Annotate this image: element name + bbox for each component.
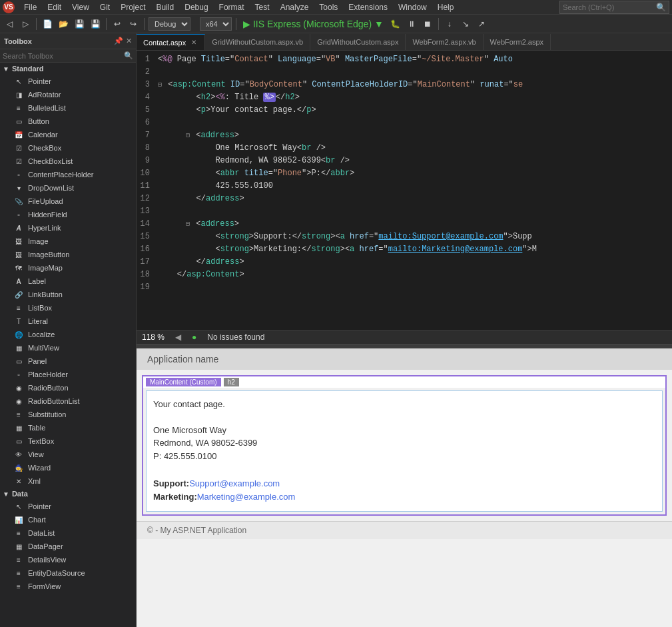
step-into[interactable]: ↘ [459,17,472,31]
toolbox-search-input[interactable] [3,52,124,60]
toolbar-save-all[interactable]: 💾 [89,17,102,31]
menu-format[interactable]: Format [214,0,250,15]
global-search-input[interactable] [563,3,656,11]
toolbox-item-bulletedlist[interactable]: ≡ BulletedList [0,101,136,115]
toolbar-undo[interactable]: ↩ [111,17,124,31]
toolbox-item-hiddenfield[interactable]: ▫ HiddenField [0,208,136,221]
toolbox-item-placeholder[interactable]: ▫ PlaceHolder [0,368,136,381]
step-out[interactable]: ↗ [475,17,488,31]
toolbox-item-localize[interactable]: 🌐 Localize [0,328,136,341]
menu-edit[interactable]: Edit [42,0,67,15]
step-over[interactable]: ↓ [443,17,456,31]
toolbox-item-formview[interactable]: ≡ FormView [0,580,136,593]
tab-bar: Contact.aspx ✕ GridWithoutCustom.aspx.vb… [137,33,672,51]
toolbox-section-standard[interactable]: ▼ Standard [0,63,136,75]
standard-expand-icon: ▼ [3,65,9,73]
menu-analyze[interactable]: Analyze [275,0,314,15]
code-line-6: 6 [137,117,672,129]
imagemap-icon: 🗺 [13,263,24,273]
data-pointer-icon: ↖ [13,501,24,512]
code-content[interactable]: 1 <%@ Page Title="Contact" Language="VB"… [137,51,672,330]
toolbox-item-wizard[interactable]: 🧙 Wizard [0,461,136,474]
toolbox-item-view[interactable]: 👁 View [0,448,136,461]
toolbox-item-button[interactable]: ▭ Button [0,115,136,128]
stop-btn[interactable]: ⏹ [421,17,434,31]
tab-gridwithoutcustom-vb[interactable]: GridWithoutCustom.aspx.vb [205,34,310,50]
run-button[interactable]: ▶ IIS Express (Microsoft Edge) ▼ [240,19,386,29]
toolbar-save[interactable]: 💾 [73,17,86,31]
zoom-level: 118 % [142,332,165,342]
tab-webform2-vb[interactable]: WebForm2.aspx.vb [406,34,483,50]
toolbox-item-literal[interactable]: T Literal [0,314,136,328]
status-ok-icon: ● [192,332,196,342]
toolbox-item-pointer[interactable]: ↖ Pointer [0,75,136,88]
pause-btn[interactable]: ⏸ [405,17,418,31]
code-line-18: 18 </asp:Content> [137,269,672,281]
menu-build[interactable]: Build [151,0,180,15]
toolbox-item-checkboxlist[interactable]: ☑ CheckBoxList [0,155,136,168]
tab-webform2[interactable]: WebForm2.aspx [484,34,551,50]
code-line-14: 14 ⊟ <address> [137,218,672,231]
toolbox-item-listbox[interactable]: ≡ ListBox [0,301,136,314]
menu-view[interactable]: View [67,0,95,15]
toolbox-item-image[interactable]: 🖼 Image [0,235,136,248]
toolbox-item-entitydatasource[interactable]: ≡ EntityDataSource [0,566,136,580]
toolbar-new[interactable]: 📄 [41,17,54,31]
toolbox-item-data-pointer[interactable]: ↖ Pointer [0,500,136,513]
toolbox-item-detailsview[interactable]: ≡ DetailsView [0,553,136,566]
menu-project[interactable]: Project [115,0,151,15]
toolbar-open[interactable]: 📂 [57,17,70,31]
toolbox-item-calendar[interactable]: 📅 Calendar [0,128,136,141]
toolbox-item-substitution[interactable]: ≡ Substitution [0,408,136,421]
toolbox-pin-icon[interactable]: 📌 [114,37,123,45]
global-search-box[interactable]: 🔍 [559,1,669,14]
toolbox-section-data[interactable]: ▼ Data [0,488,136,500]
toolbox-item-label[interactable]: A Label [0,275,136,288]
toolbox-item-contentplaceholder[interactable]: ▫ ContentPlaceHolder [0,168,136,181]
linkbutton-icon: 🔗 [13,289,24,300]
menu-help[interactable]: Help [432,0,460,15]
toolbox-item-textbox[interactable]: ▭ TextBox [0,434,136,448]
toolbox-item-radiobuttonlist[interactable]: ◉ RadioButtonList [0,394,136,408]
platform-select[interactable]: x64 [200,17,232,31]
toolbar-redo[interactable]: ↪ [127,17,140,31]
design-inner-content: Your contact page. One Microsoft Way Red… [146,390,663,512]
toolbox-item-checkbox[interactable]: ☑ CheckBox [0,141,136,155]
menu-tools[interactable]: Tools [314,0,343,15]
menu-debug[interactable]: Debug [179,0,213,15]
toolbox-item-dropdownlist[interactable]: ▾ DropDownList [0,181,136,195]
debug-config-select[interactable]: Debug [149,17,190,31]
toolbox-item-panel[interactable]: ▭ Panel [0,354,136,368]
toolbox-item-datalist[interactable]: ≡ DataList [0,526,136,540]
tab-gridwithoutcustom[interactable]: GridWithoutCustom.aspx [310,34,406,50]
toolbox-item-datapager[interactable]: ▦ DataPager [0,540,136,553]
menu-window[interactable]: Window [393,0,432,15]
toolbar-forward[interactable]: ▷ [19,17,32,31]
main-toolbar: ◁ ▷ 📄 📂 💾 💾 ↩ ↪ Debug x64 ▶ IIS Express … [0,15,672,33]
attach-debugger[interactable]: 🐛 [389,17,402,31]
toolbar-back[interactable]: ◁ [3,17,16,31]
substitution-icon: ≡ [13,409,24,420]
tab-contact-aspx[interactable]: Contact.aspx ✕ [137,34,205,50]
toolbox-item-chart[interactable]: 📊 Chart [0,513,136,526]
menu-test[interactable]: Test [250,0,275,15]
toolbox-item-multiview[interactable]: ▦ MultiView [0,341,136,354]
menu-git[interactable]: Git [95,0,115,15]
toolbox-item-fileupload[interactable]: 📎 FileUpload [0,195,136,208]
imagebutton-icon: 🖼 [13,249,24,260]
status-issues: No issues found [207,332,264,342]
toolbox-item-imagebutton[interactable]: 🖼 ImageButton [0,248,136,261]
toolbox-item-linkbutton[interactable]: 🔗 LinkButton [0,288,136,301]
toolbox-item-radiobutton[interactable]: ◉ RadioButton [0,381,136,394]
menu-extensions[interactable]: Extensions [343,0,393,15]
toolbox-item-table[interactable]: ▦ Table [0,421,136,434]
toolbox-item-hyperlink[interactable]: A HyperLink [0,221,136,235]
code-editor[interactable]: 1 <%@ Page Title="Contact" Language="VB"… [137,51,672,330]
code-line-1: 1 <%@ Page Title="Contact" Language="VB"… [137,53,672,66]
tab-close-contact[interactable]: ✕ [190,39,198,46]
toolbox-item-adrotator[interactable]: ◨ AdRotator [0,88,136,101]
toolbox-item-xml[interactable]: ✕ Xml [0,474,136,488]
toolbox-close-icon[interactable]: ✕ [126,37,132,45]
toolbox-item-imagemap[interactable]: 🗺 ImageMap [0,261,136,275]
menu-file[interactable]: File [19,0,42,15]
